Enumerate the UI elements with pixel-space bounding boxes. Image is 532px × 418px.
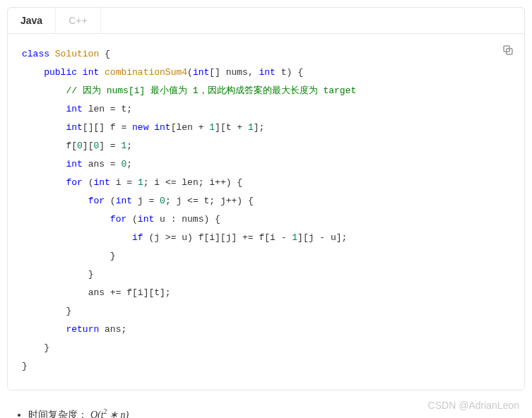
tab-bar: Java C++ <box>8 8 524 34</box>
code-line: int ans = 0; <box>22 155 510 174</box>
code-line: return ans; <box>22 321 510 339</box>
tab-cpp[interactable]: C++ <box>56 8 100 33</box>
code-line: class Solution { <box>22 45 510 64</box>
code-line: public int combinationSum4(int[] nums, i… <box>22 64 510 82</box>
time-label: 时间复杂度： <box>28 409 88 418</box>
code-card: Java C++ class Solution { public int com… <box>7 7 525 390</box>
code-line: // 因为 nums[i] 最小值为 1，因此构成答案的最大长度为 target <box>22 82 510 100</box>
code-line: ans += f[i][t]; <box>22 284 510 302</box>
tab-java[interactable]: Java <box>8 8 56 33</box>
code-line: } <box>22 265 510 284</box>
code-line: for (int j = 0; j <= t; j++) { <box>22 192 510 210</box>
code-content: class Solution { public int combinationS… <box>22 45 510 376</box>
watermark: CSDN @AdrianLeon <box>428 400 519 411</box>
code-body: class Solution { public int combinationS… <box>8 34 524 390</box>
code-line: } <box>22 339 510 357</box>
code-line: f[0][0] = 1; <box>22 137 510 155</box>
code-line: int len = t; <box>22 100 510 119</box>
code-line: } <box>22 247 510 265</box>
code-line: } <box>22 357 510 376</box>
code-line: for (int u : nums) { <box>22 210 510 229</box>
copy-icon[interactable] <box>502 44 514 56</box>
code-line: } <box>22 302 510 321</box>
code-line: if (j >= u) f[i][j] += f[i - 1][j - u]; <box>22 229 510 247</box>
time-math: O(t2 ∗ n) <box>90 410 129 418</box>
code-line: int[][] f = new int[len + 1][t + 1]; <box>22 119 510 137</box>
code-line: for (int i = 1; i <= len; i++) { <box>22 174 510 192</box>
